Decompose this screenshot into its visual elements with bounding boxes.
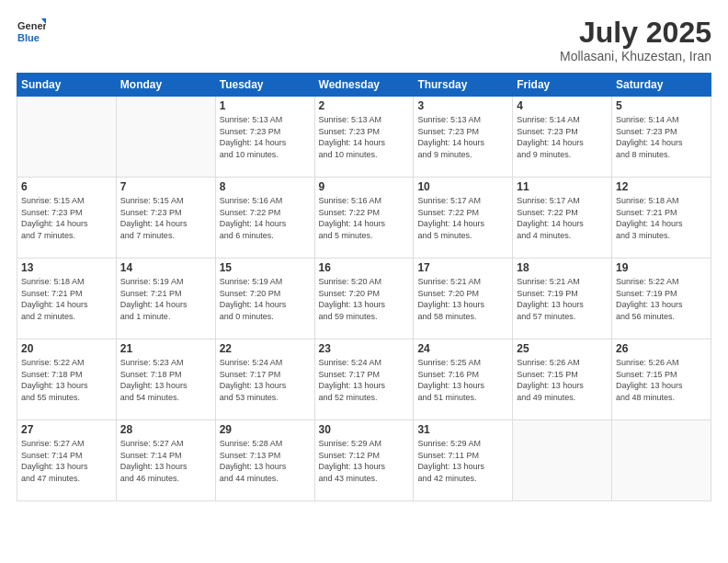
day-cell: 20Sunrise: 5:22 AM Sunset: 7:18 PM Dayli… bbox=[17, 339, 117, 420]
day-info: Sunrise: 5:19 AM Sunset: 7:21 PM Dayligh… bbox=[120, 276, 211, 322]
day-info: Sunrise: 5:23 AM Sunset: 7:18 PM Dayligh… bbox=[120, 357, 211, 403]
day-info: Sunrise: 5:22 AM Sunset: 7:18 PM Dayligh… bbox=[21, 357, 112, 403]
day-number: 1 bbox=[220, 99, 311, 112]
day-info: Sunrise: 5:15 AM Sunset: 7:23 PM Dayligh… bbox=[21, 195, 112, 241]
day-cell: 18Sunrise: 5:21 AM Sunset: 7:19 PM Dayli… bbox=[513, 259, 612, 339]
day-number: 22 bbox=[220, 342, 311, 355]
day-cell: 8Sunrise: 5:16 AM Sunset: 7:22 PM Daylig… bbox=[215, 178, 314, 259]
day-info: Sunrise: 5:29 AM Sunset: 7:12 PM Dayligh… bbox=[319, 438, 410, 484]
day-info: Sunrise: 5:21 AM Sunset: 7:20 PM Dayligh… bbox=[417, 276, 508, 322]
day-number: 8 bbox=[220, 180, 311, 193]
day-cell: 23Sunrise: 5:24 AM Sunset: 7:17 PM Dayli… bbox=[314, 339, 414, 420]
day-number: 10 bbox=[417, 180, 508, 193]
day-number: 13 bbox=[21, 261, 112, 274]
day-number: 21 bbox=[120, 342, 211, 355]
day-cell: 10Sunrise: 5:17 AM Sunset: 7:22 PM Dayli… bbox=[414, 178, 513, 259]
day-info: Sunrise: 5:17 AM Sunset: 7:22 PM Dayligh… bbox=[417, 195, 508, 241]
day-info: Sunrise: 5:27 AM Sunset: 7:14 PM Dayligh… bbox=[120, 438, 211, 484]
day-number: 16 bbox=[319, 261, 410, 274]
day-cell: 13Sunrise: 5:18 AM Sunset: 7:21 PM Dayli… bbox=[17, 259, 117, 339]
day-cell: 16Sunrise: 5:20 AM Sunset: 7:20 PM Dayli… bbox=[314, 259, 414, 339]
day-cell bbox=[116, 97, 215, 178]
day-number: 25 bbox=[517, 342, 608, 355]
day-info: Sunrise: 5:14 AM Sunset: 7:23 PM Dayligh… bbox=[517, 114, 608, 160]
day-cell: 24Sunrise: 5:25 AM Sunset: 7:16 PM Dayli… bbox=[414, 339, 513, 420]
day-info: Sunrise: 5:27 AM Sunset: 7:14 PM Dayligh… bbox=[21, 438, 112, 484]
day-info: Sunrise: 5:16 AM Sunset: 7:22 PM Dayligh… bbox=[319, 195, 410, 241]
day-number: 20 bbox=[21, 342, 112, 355]
day-cell bbox=[513, 420, 612, 501]
day-number: 11 bbox=[517, 180, 608, 193]
day-cell: 31Sunrise: 5:29 AM Sunset: 7:11 PM Dayli… bbox=[414, 420, 513, 501]
day-cell: 9Sunrise: 5:16 AM Sunset: 7:22 PM Daylig… bbox=[314, 178, 414, 259]
day-cell: 6Sunrise: 5:15 AM Sunset: 7:23 PM Daylig… bbox=[17, 178, 117, 259]
day-info: Sunrise: 5:21 AM Sunset: 7:19 PM Dayligh… bbox=[517, 276, 608, 322]
day-info: Sunrise: 5:17 AM Sunset: 7:22 PM Dayligh… bbox=[517, 195, 608, 241]
main-title: July 2025 bbox=[560, 17, 711, 49]
logo: General Blue bbox=[17, 17, 46, 46]
day-number: 31 bbox=[417, 423, 508, 436]
day-cell: 2Sunrise: 5:13 AM Sunset: 7:23 PM Daylig… bbox=[314, 97, 414, 178]
day-cell: 7Sunrise: 5:15 AM Sunset: 7:23 PM Daylig… bbox=[116, 178, 215, 259]
day-cell: 22Sunrise: 5:24 AM Sunset: 7:17 PM Dayli… bbox=[215, 339, 314, 420]
day-cell: 25Sunrise: 5:26 AM Sunset: 7:15 PM Dayli… bbox=[513, 339, 612, 420]
day-number: 9 bbox=[319, 180, 410, 193]
day-header-thursday: Thursday bbox=[414, 74, 513, 97]
day-number: 5 bbox=[616, 99, 707, 112]
day-info: Sunrise: 5:24 AM Sunset: 7:17 PM Dayligh… bbox=[319, 357, 410, 403]
day-number: 6 bbox=[21, 180, 112, 193]
day-cell: 5Sunrise: 5:14 AM Sunset: 7:23 PM Daylig… bbox=[612, 97, 711, 178]
day-info: Sunrise: 5:19 AM Sunset: 7:20 PM Dayligh… bbox=[220, 276, 311, 322]
day-number: 3 bbox=[417, 99, 508, 112]
day-header-saturday: Saturday bbox=[612, 74, 711, 97]
subtitle: Mollasani, Khuzestan, Iran bbox=[560, 49, 711, 63]
day-info: Sunrise: 5:25 AM Sunset: 7:16 PM Dayligh… bbox=[417, 357, 508, 403]
day-number: 28 bbox=[120, 423, 211, 436]
day-number: 23 bbox=[319, 342, 410, 355]
day-info: Sunrise: 5:22 AM Sunset: 7:19 PM Dayligh… bbox=[616, 276, 707, 322]
day-number: 17 bbox=[417, 261, 508, 274]
day-cell: 3Sunrise: 5:13 AM Sunset: 7:23 PM Daylig… bbox=[414, 97, 513, 178]
day-number: 30 bbox=[319, 423, 410, 436]
day-info: Sunrise: 5:13 AM Sunset: 7:23 PM Dayligh… bbox=[417, 114, 508, 160]
day-cell bbox=[612, 420, 711, 501]
day-number: 2 bbox=[319, 99, 410, 112]
day-info: Sunrise: 5:15 AM Sunset: 7:23 PM Dayligh… bbox=[120, 195, 211, 241]
day-header-sunday: Sunday bbox=[17, 74, 117, 97]
day-info: Sunrise: 5:14 AM Sunset: 7:23 PM Dayligh… bbox=[616, 114, 707, 160]
logo-svg: General Blue bbox=[17, 17, 46, 46]
day-number: 27 bbox=[21, 423, 112, 436]
day-header-tuesday: Tuesday bbox=[215, 74, 314, 97]
header: General Blue July 2025 Mollasani, Khuzes… bbox=[17, 17, 711, 63]
svg-text:Blue: Blue bbox=[17, 32, 40, 43]
title-block: July 2025 Mollasani, Khuzestan, Iran bbox=[560, 17, 711, 63]
day-number: 12 bbox=[616, 180, 707, 193]
day-cell: 30Sunrise: 5:29 AM Sunset: 7:12 PM Dayli… bbox=[314, 420, 414, 501]
day-cell: 14Sunrise: 5:19 AM Sunset: 7:21 PM Dayli… bbox=[116, 259, 215, 339]
day-cell: 27Sunrise: 5:27 AM Sunset: 7:14 PM Dayli… bbox=[17, 420, 117, 501]
day-cell: 12Sunrise: 5:18 AM Sunset: 7:21 PM Dayli… bbox=[612, 178, 711, 259]
day-info: Sunrise: 5:28 AM Sunset: 7:13 PM Dayligh… bbox=[220, 438, 311, 484]
day-info: Sunrise: 5:13 AM Sunset: 7:23 PM Dayligh… bbox=[319, 114, 410, 160]
day-cell: 29Sunrise: 5:28 AM Sunset: 7:13 PM Dayli… bbox=[215, 420, 314, 501]
day-number: 14 bbox=[120, 261, 211, 274]
day-cell bbox=[17, 97, 117, 178]
day-cell: 26Sunrise: 5:26 AM Sunset: 7:15 PM Dayli… bbox=[612, 339, 711, 420]
day-number: 15 bbox=[220, 261, 311, 274]
day-number: 26 bbox=[616, 342, 707, 355]
day-number: 7 bbox=[120, 180, 211, 193]
day-number: 29 bbox=[220, 423, 311, 436]
day-info: Sunrise: 5:18 AM Sunset: 7:21 PM Dayligh… bbox=[616, 195, 707, 241]
day-number: 24 bbox=[417, 342, 508, 355]
day-info: Sunrise: 5:24 AM Sunset: 7:17 PM Dayligh… bbox=[220, 357, 311, 403]
day-header-wednesday: Wednesday bbox=[314, 74, 414, 97]
calendar-table: SundayMondayTuesdayWednesdayThursdayFrid… bbox=[17, 73, 711, 501]
day-info: Sunrise: 5:20 AM Sunset: 7:20 PM Dayligh… bbox=[319, 276, 410, 322]
day-number: 19 bbox=[616, 261, 707, 274]
day-info: Sunrise: 5:26 AM Sunset: 7:15 PM Dayligh… bbox=[517, 357, 608, 403]
day-info: Sunrise: 5:18 AM Sunset: 7:21 PM Dayligh… bbox=[21, 276, 112, 322]
day-info: Sunrise: 5:26 AM Sunset: 7:15 PM Dayligh… bbox=[616, 357, 707, 403]
svg-text:General: General bbox=[17, 20, 46, 31]
day-cell: 11Sunrise: 5:17 AM Sunset: 7:22 PM Dayli… bbox=[513, 178, 612, 259]
day-header-friday: Friday bbox=[513, 74, 612, 97]
